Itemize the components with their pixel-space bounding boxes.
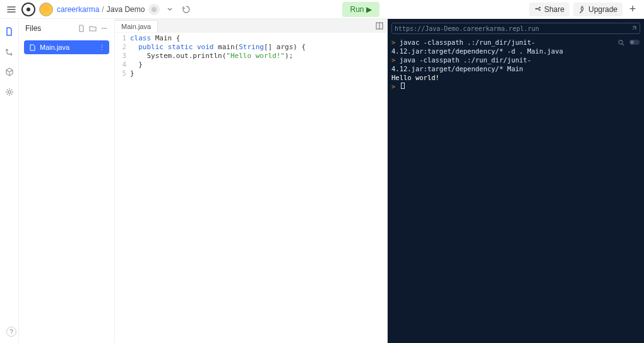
svg-point-7: [105, 28, 107, 29]
upgrade-label: Upgrade: [588, 5, 617, 14]
packages-icon[interactable]: [3, 66, 16, 78]
history-icon[interactable]: [180, 3, 193, 16]
svg-point-5: [102, 28, 103, 29]
svg-point-2: [539, 9, 540, 10]
run-button[interactable]: Run ▶: [342, 2, 379, 17]
new-file-icon[interactable]: [78, 25, 85, 32]
toggle-icon[interactable]: [629, 39, 640, 45]
topbar: careerkarma / Java Demo Run ▶ Share Upgr…: [0, 0, 644, 19]
svg-line-11: [623, 44, 624, 46]
language-badge-icon[interactable]: [148, 4, 160, 15]
svg-point-3: [535, 8, 537, 9]
file-item-label: Main.java: [40, 44, 69, 51]
console-panel: https://Java-Demo.careerkarma.repl.run >…: [388, 19, 644, 343]
files-panel-title: Files: [25, 24, 78, 33]
rocket-icon: [578, 6, 586, 13]
svg-point-13: [630, 40, 634, 44]
svg-point-10: [619, 40, 623, 44]
layout-toggle-icon[interactable]: [376, 22, 383, 30]
help-button[interactable]: ?: [6, 327, 16, 337]
file-item-main-java[interactable]: Main.java ⋮: [24, 40, 109, 54]
user-avatar[interactable]: [39, 3, 53, 16]
svg-point-6: [104, 28, 105, 29]
svg-point-4: [8, 91, 10, 93]
breadcrumb-project[interactable]: Java Demo: [107, 5, 145, 14]
breadcrumb: careerkarma / Java Demo: [57, 5, 145, 14]
version-control-icon[interactable]: [3, 45, 16, 58]
editor-panel: Main.java 12345 class Main { public stat…: [115, 19, 388, 343]
chevron-down-icon[interactable]: [164, 3, 176, 16]
share-icon: [534, 6, 542, 13]
file-icon: [29, 44, 36, 51]
file-item-more-icon[interactable]: ⋮: [98, 44, 105, 52]
replit-logo-icon[interactable]: [21, 3, 35, 16]
files-panel: Files Main.java ⋮: [19, 19, 115, 343]
share-label: Share: [544, 5, 564, 14]
left-rail: [0, 19, 19, 343]
breadcrumb-user[interactable]: careerkarma: [57, 5, 99, 14]
editor-tab-main-java[interactable]: Main.java: [115, 20, 158, 32]
files-more-icon[interactable]: [100, 25, 108, 32]
search-icon[interactable]: [617, 39, 625, 47]
hamburger-icon[interactable]: [5, 3, 18, 16]
files-rail-icon[interactable]: [3, 25, 16, 38]
new-repl-button[interactable]: +: [626, 3, 639, 16]
svg-point-1: [539, 6, 540, 8]
upgrade-button[interactable]: Upgrade: [573, 3, 623, 16]
share-button[interactable]: Share: [529, 3, 569, 16]
open-external-icon[interactable]: [631, 25, 637, 32]
console-output[interactable]: > javac -classpath .:/run_dir/junit-4.12…: [388, 37, 644, 343]
svg-point-0: [152, 7, 157, 12]
workspace: Files Main.java ⋮ Main.java 12345 class …: [0, 19, 644, 343]
console-urlbar[interactable]: https://Java-Demo.careerkarma.repl.run: [391, 23, 640, 34]
editor-tabs: Main.java: [115, 19, 387, 33]
code-editor[interactable]: 12345 class Main { public static void ma…: [115, 33, 387, 343]
console-url: https://Java-Demo.careerkarma.repl.run: [395, 25, 628, 32]
breadcrumb-separator: /: [102, 5, 104, 14]
settings-icon[interactable]: [3, 86, 16, 98]
new-folder-icon[interactable]: [89, 25, 97, 32]
